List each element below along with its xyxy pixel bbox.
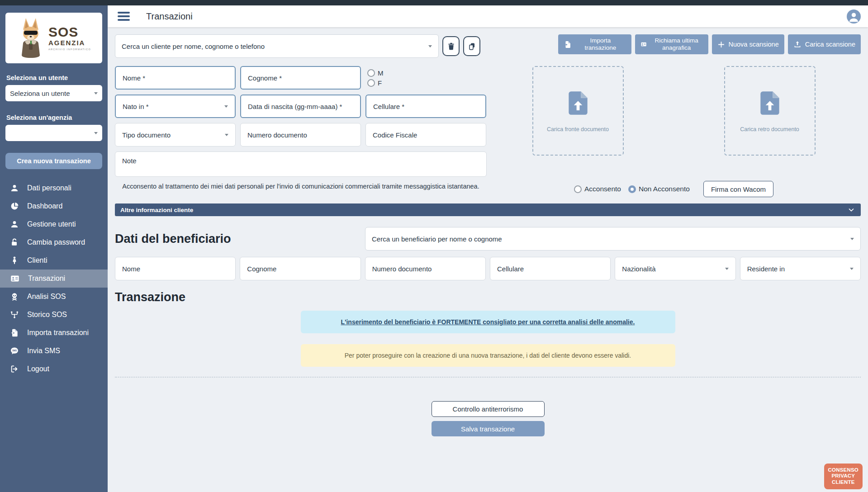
client-search-select[interactable]: Cerca un cliente per nome, cognome o tel… [115, 34, 439, 58]
fiscal-code-field[interactable]: Codice Fiscale [365, 123, 486, 147]
sidebar-item-storico-sos[interactable]: Storico SOS [0, 306, 108, 324]
radio-label: M [378, 69, 384, 77]
file-import-icon [564, 40, 572, 49]
beneficiary-form: Nome Cognome Numero documento Cellulare … [115, 257, 861, 280]
document-upload-icon [756, 89, 784, 117]
field-placeholder: Tipo documento [122, 131, 225, 139]
beneficiary-nationality-select[interactable]: Nazionalità [615, 257, 735, 280]
user-select[interactable]: Seleziona un utente [5, 85, 102, 101]
sidebar-item-gestione-utenti[interactable]: Gestione utenti [0, 215, 108, 233]
pie-chart-icon [10, 202, 19, 211]
copy-icon [468, 42, 476, 51]
field-placeholder: Nazionalità [622, 265, 725, 273]
user-avatar[interactable] [847, 9, 861, 24]
field-placeholder: Cognome * [248, 74, 353, 82]
sidebar-item-dati-personali[interactable]: Dati personali [0, 179, 108, 197]
page-title: Transazioni [146, 11, 193, 22]
consent-yes-radio[interactable]: Acconsento [574, 185, 621, 193]
import-transaction-button[interactable]: Importa transazione [558, 34, 631, 54]
chevron-down-icon [725, 268, 729, 270]
wacom-sign-button[interactable]: Firma con Wacom [703, 181, 773, 197]
badge-line: CONSENSO [828, 467, 859, 473]
field-placeholder: Data di nascita (gg-mm-aaaa) * [248, 103, 353, 110]
upload-icon [793, 40, 802, 48]
antiterrorism-check-button[interactable]: Controllo antiterrorismo [432, 401, 545, 417]
mobile-field[interactable]: Cellulare * [365, 95, 486, 118]
field-placeholder: Nome * [123, 74, 228, 82]
logo-name: SOS [48, 25, 91, 39]
upload-front-document[interactable]: Carica fronte documento [532, 66, 624, 156]
chevron-down-icon [850, 238, 854, 240]
last-name-field[interactable]: Cognome * [240, 66, 361, 90]
beneficiary-document-number-field[interactable]: Numero documento [365, 257, 486, 280]
gender-male-radio[interactable]: M [367, 69, 384, 77]
radio-label: F [378, 79, 382, 87]
beneficiary-first-name-field[interactable]: Nome [115, 257, 236, 280]
birthplace-select[interactable]: Nato in * [115, 95, 236, 118]
svg-text:SMS: SMS [12, 350, 17, 352]
plus-icon [717, 41, 725, 48]
upload-label: Carica retro documento [740, 126, 799, 132]
sidebar-nav: Dati personali Dashboard Gestione utenti… [0, 179, 108, 378]
radio-label: Acconsento [584, 185, 621, 193]
new-scan-button[interactable]: Nuova scansione [712, 34, 784, 54]
fox-mascot-image [17, 17, 45, 59]
top-strip [0, 0, 868, 5]
client-search-placeholder: Cerca un cliente per nome, cognome o tel… [122, 43, 428, 50]
sidebar-item-label: Logout [27, 365, 49, 373]
beneficiary-last-name-field[interactable]: Cognome [240, 257, 360, 280]
button-label: Carica scansione [805, 41, 855, 48]
field-placeholder: Cellulare [497, 265, 603, 273]
privacy-consent-badge[interactable]: CONSENSO PRIVACY CLIENTE [824, 464, 863, 489]
field-placeholder: Nato in * [123, 103, 224, 110]
button-label: Richiama ultima anagrafica [650, 37, 703, 51]
sidebar-item-analisi-sos[interactable]: Analisi SOS [0, 288, 108, 306]
document-type-select[interactable]: Tipo documento [115, 123, 236, 147]
birthdate-field[interactable]: Data di nascita (gg-mm-aaaa) * [240, 95, 361, 118]
chevron-down-icon [850, 268, 854, 270]
create-transaction-button[interactable]: Crea nuova transazione [5, 153, 102, 169]
sidebar-item-dashboard[interactable]: Dashboard [0, 197, 108, 215]
field-placeholder: Cognome [247, 265, 353, 273]
sidebar-item-label: Importa transazioni [27, 329, 89, 337]
user-icon [10, 220, 19, 229]
badge-line: PRIVACY [828, 473, 859, 479]
avatar-person-icon [847, 9, 861, 24]
sidebar-item-clienti[interactable]: Clienti [0, 251, 108, 270]
id-card-icon [640, 40, 647, 49]
field-placeholder: Codice Fiscale [373, 131, 479, 139]
sidebar-item-logout[interactable]: Logout [0, 360, 108, 378]
page-header: Transazioni [108, 5, 868, 27]
field-placeholder: Numero documento [372, 265, 479, 273]
sidebar-item-cambia-password[interactable]: Cambia password [0, 233, 108, 251]
gender-female-radio[interactable]: F [367, 79, 384, 87]
sidebar-item-label: Transazioni [28, 274, 65, 283]
first-name-field[interactable]: Nome * [115, 66, 236, 90]
copy-client-button[interactable] [463, 36, 480, 56]
save-transaction-button[interactable]: Salva transazione [432, 421, 545, 436]
note-field[interactable]: Note [115, 151, 487, 177]
beneficiary-search-select[interactable]: Cerca un beneficiario per nome o cognome [365, 227, 861, 251]
skull-icon [10, 292, 19, 301]
beneficiary-info-alert: L'inserimento del beneficiario è FORTEME… [301, 311, 675, 333]
agency-select[interactable] [5, 125, 102, 141]
info-alert-link[interactable]: L'inserimento del beneficiario è FORTEME… [341, 318, 635, 326]
bar-label: Altre informazioni cliente [120, 207, 193, 213]
consent-no-radio[interactable]: Non Acconsento [628, 185, 690, 193]
sidebar-item-transazioni[interactable]: Transazioni [0, 270, 108, 288]
upload-back-document[interactable]: Carica retro documento [724, 66, 816, 156]
person-icon [10, 256, 19, 265]
user-icon [10, 184, 19, 193]
beneficiary-residence-select[interactable]: Residente in [740, 257, 861, 280]
beneficiary-mobile-field[interactable]: Cellulare [490, 257, 611, 280]
sidebar: SOS AGENZIA ARCHIVIO INFORMATICO Selezio… [0, 5, 108, 492]
clear-client-button[interactable] [442, 36, 460, 56]
hamburger-menu-icon[interactable] [118, 12, 130, 21]
sidebar-item-invia-sms[interactable]: SMS Invia SMS [0, 342, 108, 360]
upload-scan-button[interactable]: Carica scansione [788, 34, 861, 54]
recall-last-record-button[interactable]: Richiama ultima anagrafica [635, 34, 708, 54]
sidebar-item-importa-transazioni[interactable]: Importa transazioni [0, 324, 108, 342]
more-client-info-bar[interactable]: Altre informazioni cliente [115, 203, 861, 216]
document-number-field[interactable]: Numero documento [240, 123, 361, 147]
beneficiary-section-title: Dati del beneficiario [115, 232, 231, 246]
